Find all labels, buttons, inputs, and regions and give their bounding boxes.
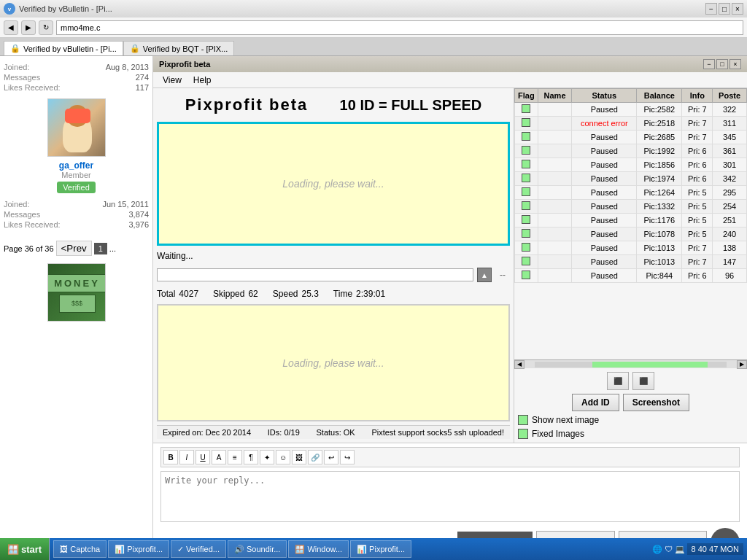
ids-status: IDs: 0/19 <box>268 428 300 437</box>
progress-bar-area: ▲ -- <box>157 266 510 284</box>
soundir-icon: 🔊 <box>234 545 244 554</box>
posted-cell: 240 <box>713 228 747 241</box>
taskbar-verified[interactable]: ✓ Verified... <box>171 540 226 558</box>
app-maximize-button[interactable]: □ <box>716 59 728 69</box>
table-row[interactable]: Paused Pic:844 Pri: 6 96 <box>515 269 747 283</box>
app-title-bar: Pixprofit beta − □ × <box>153 56 747 72</box>
address-bar[interactable] <box>56 20 743 35</box>
main-view: Pixprofit beta 10 ID = FULL SPEED Loadin… <box>153 88 514 443</box>
progress-area: Waiting... <box>157 249 510 262</box>
bottom-loading-text: Loading, please wait... <box>282 357 384 369</box>
pixprofit-title: Pixprofit beta <box>185 96 309 114</box>
app-close-button[interactable]: × <box>729 59 741 69</box>
balance-cell: Pic:1974 <box>637 172 682 186</box>
info-cell: Pri: 7 <box>682 103 713 117</box>
user2-role: Member <box>4 171 149 179</box>
forward-button[interactable]: ▶ <box>21 20 36 35</box>
tab-2-label: Verified by BQT - [PIX... <box>143 44 228 53</box>
table-row[interactable]: Paused Pic:1078 Pri: 5 240 <box>515 228 747 241</box>
prev-page-button[interactable]: <Prev <box>56 241 92 256</box>
add-id-button[interactable]: Add ID <box>572 394 619 411</box>
accounts-table-container[interactable]: Flag Name Status Balance Info Poste <box>514 88 747 359</box>
tab-1[interactable]: 🔒 Verified by vBulletin - [Pi... <box>4 41 123 55</box>
app-minimize-button[interactable]: − <box>703 59 715 69</box>
start-button[interactable]: 🪟 start <box>0 538 50 560</box>
taskbar-soundir[interactable]: 🔊 Soundir... <box>228 540 287 558</box>
ctrl-btn-1[interactable]: ⬛ <box>607 372 629 390</box>
maximize-button[interactable]: □ <box>719 3 730 15</box>
menu-help[interactable]: Help <box>187 74 217 87</box>
total-value: 4027 <box>179 289 198 299</box>
balance-cell: Pic:1176 <box>637 214 682 228</box>
close-button[interactable]: × <box>732 3 743 15</box>
title-bar-left: v Verified by vBulletin - [Pi... <box>4 3 112 15</box>
total-stat: Total 4027 <box>157 289 198 299</box>
accounts-table: Flag Name Status Balance Info Poste <box>514 88 747 283</box>
taskbar-window[interactable]: 🪟 Window... <box>288 540 349 558</box>
progress-play-button[interactable]: ▲ <box>477 268 492 282</box>
editor-btn-4[interactable]: A <box>212 450 226 464</box>
ctrl-btn-2[interactable]: ⬛ <box>632 372 654 390</box>
user2-name[interactable]: ga_offer <box>4 160 149 171</box>
editor-btn-6[interactable]: ¶ <box>244 450 258 464</box>
undo-button[interactable]: ↩ <box>324 450 338 464</box>
bold-button[interactable]: B <box>163 450 178 464</box>
col-status: Status <box>572 89 637 103</box>
tab-1-icon: 🔒 <box>10 44 20 53</box>
refresh-button[interactable]: ↻ <box>39 20 53 35</box>
table-row[interactable]: Paused Pic:1176 Pri: 5 251 <box>515 214 747 228</box>
expired-date: Expired on: Dec 20 2014 <box>163 428 251 437</box>
scroll-left-arrow[interactable]: ◀ <box>514 360 525 369</box>
editor-btn-7[interactable]: ✦ <box>260 450 274 464</box>
taskbar-captcha[interactable]: 🖼 Captcha <box>53 540 107 558</box>
editor-btn-10[interactable]: 🔗 <box>308 450 322 464</box>
underline-button[interactable]: U <box>196 450 210 464</box>
scroll-right-arrow[interactable]: ▶ <box>737 360 747 369</box>
title-bar-text: Verified by vBulletin - [Pi... <box>19 4 112 13</box>
full-speed-text: 10 ID = FULL SPEED <box>340 97 482 113</box>
table-scrollbar[interactable]: ◀ ▶ <box>514 359 747 368</box>
tab-2[interactable]: 🔒 Verified by BQT - [PIX... <box>123 41 235 55</box>
editor-btn-9[interactable]: 🖼 <box>292 450 306 464</box>
speed-label: Speed <box>273 289 298 299</box>
posted-cell: 254 <box>713 200 747 214</box>
menu-view[interactable]: View <box>157 74 187 87</box>
flag-cell <box>515 214 538 228</box>
editor-btn-5[interactable]: ≡ <box>228 450 242 464</box>
posted-cell: 96 <box>713 269 747 283</box>
pixprofit2-icon: 📊 <box>357 545 367 554</box>
table-row[interactable]: Paused Pic:1264 Pri: 5 295 <box>515 186 747 200</box>
table-row[interactable]: Paused Pic:2685 Pri: 7 345 <box>515 131 747 144</box>
posted-cell: 138 <box>713 241 747 255</box>
table-row[interactable]: Paused Pic:1013 Pri: 7 147 <box>515 255 747 269</box>
minimize-button[interactable]: − <box>705 3 717 15</box>
table-row[interactable]: Paused Pic:1013 Pri: 7 138 <box>515 241 747 255</box>
pagination: Page 36 of 36 <Prev 1 ... <box>4 237 149 260</box>
posted-cell: 342 <box>713 172 747 186</box>
app-content: Pixprofit beta 10 ID = FULL SPEED Loadin… <box>153 88 747 443</box>
reply-textarea[interactable] <box>160 471 740 522</box>
balance-cell: Pic:2518 <box>637 117 682 131</box>
scrollbar-thumb[interactable] <box>592 362 708 368</box>
dash-indicator: -- <box>495 268 510 282</box>
taskbar-pixprofit-2[interactable]: 📊 Pixprofit... <box>350 540 411 558</box>
fixed-images-checkbox[interactable] <box>518 429 528 439</box>
table-row[interactable]: Paused Pic:1856 Pri: 6 301 <box>515 158 747 172</box>
back-button[interactable]: ◀ <box>4 20 18 35</box>
table-row[interactable]: Paused Pic:1974 Pri: 6 342 <box>515 172 747 186</box>
name-cell <box>538 269 572 283</box>
redo-button[interactable]: ↪ <box>340 450 355 464</box>
screenshot-button[interactable]: Screenshot <box>623 394 689 411</box>
sys-icon-1: 🌐 <box>652 545 662 554</box>
table-row[interactable]: Paused Pic:1992 Pri: 6 361 <box>515 144 747 158</box>
col-info: Info <box>682 89 713 103</box>
show-next-checkbox[interactable] <box>518 415 528 425</box>
table-row[interactable]: Paused Pic:2582 Pri: 7 322 <box>515 103 747 117</box>
table-row[interactable]: Paused Pic:1332 Pri: 5 254 <box>515 200 747 214</box>
total-label: Total <box>157 289 175 299</box>
info-cell: Pri: 6 <box>682 144 713 158</box>
table-row[interactable]: connect error Pic:2518 Pri: 7 311 <box>515 117 747 131</box>
italic-button[interactable]: I <box>179 450 194 464</box>
taskbar-pixprofit-1[interactable]: 📊 Pixprofit... <box>108 540 169 558</box>
editor-btn-8[interactable]: ☺ <box>276 450 290 464</box>
